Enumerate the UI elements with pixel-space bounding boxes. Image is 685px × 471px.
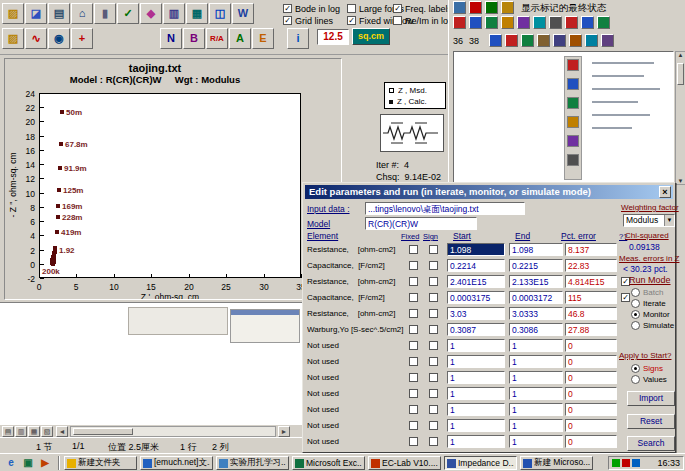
toolbar-icon[interactable] bbox=[469, 16, 482, 29]
end-value-field[interactable]: 0.2215 bbox=[509, 259, 563, 272]
flag-checkbox[interactable]: ✓ bbox=[621, 293, 630, 302]
sign-checkbox[interactable] bbox=[429, 357, 438, 366]
pan-arrows-icon[interactable]: + bbox=[71, 28, 93, 49]
toolbar-icon[interactable] bbox=[553, 34, 566, 47]
toolbar-icon[interactable] bbox=[567, 154, 579, 166]
toolbar-icon[interactable] bbox=[453, 1, 466, 14]
taskbar-button[interactable]: 实验用扎学习... bbox=[216, 456, 289, 470]
weighting-factor-dropdown[interactable]: Modulus ▼ bbox=[623, 214, 675, 227]
sign-checkbox[interactable] bbox=[429, 261, 438, 270]
copy-pages-icon[interactable]: ▥ bbox=[163, 3, 185, 24]
element-a-icon[interactable]: A bbox=[229, 28, 251, 49]
element-e-icon[interactable]: E bbox=[252, 28, 274, 49]
scroll-left-icon[interactable]: ◄ bbox=[56, 426, 68, 437]
checkbox-option[interactable]: Re/Im in log bbox=[393, 15, 453, 26]
start-value-field[interactable]: 1 bbox=[447, 387, 505, 400]
open-file-icon[interactable]: ▨ bbox=[2, 3, 24, 24]
fixed-checkbox[interactable] bbox=[409, 421, 418, 430]
toolbar-icon[interactable] bbox=[489, 34, 502, 47]
toolbar-icon[interactable] bbox=[567, 78, 579, 90]
end-value-field[interactable]: 3.0333 bbox=[509, 307, 563, 320]
fixed-column-header[interactable]: Fixed bbox=[401, 232, 419, 241]
menu-item-label[interactable]: 显示标记的最终状态 bbox=[521, 2, 607, 15]
fixed-checkbox[interactable] bbox=[409, 293, 418, 302]
fixed-checkbox[interactable] bbox=[409, 437, 418, 446]
element-column-header[interactable]: Element bbox=[307, 231, 338, 241]
quick-launch-browser-icon[interactable]: e bbox=[3, 456, 19, 470]
run-mode-option[interactable]: Monitor bbox=[631, 309, 670, 319]
scroll-up-icon[interactable]: ▲ bbox=[676, 52, 685, 58]
fixed-checkbox[interactable] bbox=[409, 389, 418, 398]
fixed-checkbox[interactable] bbox=[409, 261, 418, 270]
fixed-checkbox[interactable] bbox=[409, 325, 418, 334]
sign-checkbox[interactable] bbox=[429, 325, 438, 334]
start-value-field[interactable]: 0.3087 bbox=[447, 323, 505, 336]
print-icon[interactable]: ▤ bbox=[48, 3, 70, 24]
start-value-field[interactable]: 1.098 bbox=[447, 243, 505, 256]
sign-checkbox[interactable] bbox=[429, 373, 438, 382]
toolbar-icon[interactable] bbox=[585, 34, 598, 47]
area-unit-button[interactable]: sq.cm bbox=[352, 28, 390, 45]
chevron-down-icon[interactable]: ▼ bbox=[664, 215, 674, 226]
apply-option[interactable]: Signs bbox=[631, 363, 663, 373]
quick-launch-player-icon[interactable]: ▶ bbox=[37, 456, 53, 470]
end-value-field[interactable]: 1 bbox=[509, 403, 563, 416]
element-ra-icon[interactable]: R/A bbox=[206, 28, 228, 49]
start-value-field[interactable]: 2.401E15 bbox=[447, 275, 505, 288]
pct-error-column-header[interactable]: Pct. error bbox=[561, 231, 596, 241]
fixed-checkbox[interactable] bbox=[409, 357, 418, 366]
toolbar-icon[interactable] bbox=[569, 34, 582, 47]
toolbar-icon[interactable] bbox=[549, 16, 562, 29]
normal-view-icon[interactable]: ▤ bbox=[2, 426, 14, 437]
start-value-field[interactable]: 1 bbox=[447, 435, 505, 448]
toolbar-icon[interactable] bbox=[453, 16, 466, 29]
end-value-field[interactable]: 1 bbox=[509, 339, 563, 352]
toolbar-icon[interactable] bbox=[581, 16, 594, 29]
sign-checkbox[interactable] bbox=[429, 405, 438, 414]
home-icon[interactable]: ⌂ bbox=[71, 3, 93, 24]
toolbar-icon[interactable] bbox=[469, 1, 482, 14]
toolbar-icon[interactable] bbox=[565, 16, 578, 29]
import-button[interactable]: Import bbox=[627, 391, 675, 406]
toolbar-icon[interactable] bbox=[485, 1, 498, 14]
accept-icon[interactable]: ✓ bbox=[117, 3, 139, 24]
end-value-field[interactable]: 1.098 bbox=[509, 243, 563, 256]
sign-checkbox[interactable] bbox=[429, 421, 438, 430]
tile-windows-icon[interactable]: ◫ bbox=[209, 3, 231, 24]
toolbar-icon[interactable] bbox=[601, 34, 614, 47]
toolbar-icon[interactable] bbox=[567, 116, 579, 128]
palette-icon[interactable]: ◆ bbox=[140, 3, 162, 24]
waveform-icon[interactable]: ∿ bbox=[25, 28, 47, 49]
fixed-checkbox[interactable] bbox=[409, 277, 418, 286]
fixed-checkbox[interactable] bbox=[409, 341, 418, 350]
end-value-field[interactable]: 1 bbox=[509, 419, 563, 432]
model-field[interactable]: R(CR)(CR)W bbox=[365, 217, 477, 230]
start-value-field[interactable]: 1 bbox=[447, 355, 505, 368]
fixed-checkbox[interactable] bbox=[409, 405, 418, 414]
preview-eye-icon[interactable]: ◉ bbox=[48, 28, 70, 49]
toolbar-icon[interactable] bbox=[567, 59, 579, 71]
fixed-checkbox[interactable] bbox=[409, 373, 418, 382]
start-value-field[interactable]: 1 bbox=[447, 339, 505, 352]
toolbar-icon[interactable] bbox=[521, 34, 534, 47]
word-export-icon[interactable]: W bbox=[232, 3, 254, 24]
close-icon[interactable]: × bbox=[659, 186, 671, 198]
horizontal-scrollbar[interactable] bbox=[70, 426, 276, 437]
fixed-checkbox[interactable] bbox=[409, 309, 418, 318]
sign-checkbox[interactable] bbox=[429, 437, 438, 446]
toolbar-icon[interactable] bbox=[501, 1, 514, 14]
sign-column-header[interactable]: Sign bbox=[423, 232, 438, 241]
city-plot-icon[interactable]: ▮ bbox=[94, 3, 116, 24]
toolbar-icon[interactable] bbox=[537, 34, 550, 47]
end-value-field[interactable]: 1 bbox=[509, 355, 563, 368]
quick-launch-desktop-icon[interactable]: ▣ bbox=[20, 456, 36, 470]
toolbar-icon[interactable] bbox=[505, 34, 518, 47]
toolbar-icon[interactable] bbox=[485, 16, 498, 29]
start-value-field[interactable]: 1 bbox=[447, 403, 505, 416]
start-value-field[interactable]: 1 bbox=[447, 419, 505, 432]
toolbar-icon[interactable] bbox=[597, 16, 610, 29]
taskbar-button[interactable]: 新建 Microso... bbox=[520, 456, 593, 470]
checkbox-option[interactable]: ✓Bode in log bbox=[283, 3, 340, 14]
end-value-field[interactable]: 1 bbox=[509, 435, 563, 448]
sign-checkbox[interactable] bbox=[429, 389, 438, 398]
